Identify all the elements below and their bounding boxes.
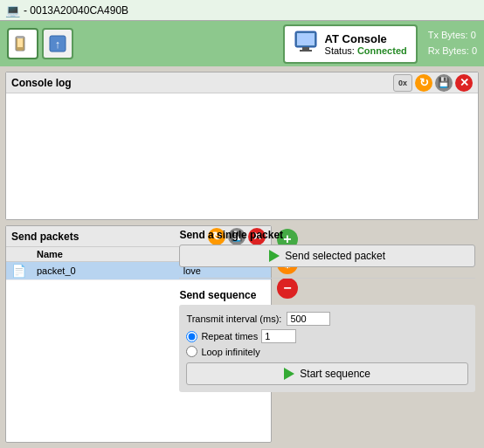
at-console-box: AT Console Status: Connected bbox=[283, 24, 418, 64]
transmit-interval-row: Transmit interval (ms): bbox=[186, 312, 468, 326]
repeat-times-radio[interactable] bbox=[186, 331, 197, 342]
repeat-times-row: Repeat times bbox=[186, 329, 468, 343]
transmit-interval-input[interactable] bbox=[287, 312, 330, 326]
monitor-icon bbox=[294, 30, 318, 54]
refresh-button[interactable]: ↑ bbox=[42, 28, 73, 59]
send-packets-title: Send packets bbox=[11, 231, 79, 243]
tx-bytes: Tx Bytes: 0 bbox=[428, 28, 477, 44]
divider bbox=[179, 278, 475, 279]
bottom-section: Send packets ↻ 💾 ✕ Name Data bbox=[5, 225, 479, 443]
console-textarea[interactable] bbox=[6, 93, 478, 219]
pen-icon bbox=[14, 35, 31, 52]
console-header-buttons: 0x ↻ 💾 ✕ bbox=[393, 74, 473, 92]
tx-bytes-label: Tx Bytes: bbox=[428, 30, 468, 40]
row-name-cell: packet_0 bbox=[31, 262, 178, 280]
console-section: Console log 0x ↻ 💾 ✕ bbox=[5, 72, 479, 220]
tx-rx-box: Tx Bytes: 0 Rx Bytes: 0 bbox=[428, 28, 477, 59]
status-value: Connected bbox=[357, 45, 407, 56]
toolbar: ↑ AT Console Status: Connected bbox=[0, 21, 484, 66]
at-console-info: AT Console Status: Connected bbox=[325, 32, 407, 56]
status-label: Status: bbox=[325, 45, 355, 56]
svg-rect-8 bbox=[302, 47, 309, 50]
title-bar-text: - 0013A20040CA490B bbox=[24, 4, 128, 17]
send-sequence-title: Send sequence bbox=[179, 289, 475, 301]
at-console-status: Status: Connected bbox=[325, 45, 407, 56]
row-icon-cell: 📄 bbox=[6, 262, 31, 280]
console-save-button[interactable]: 💾 bbox=[435, 74, 453, 92]
start-seq-play-icon bbox=[284, 368, 294, 380]
loop-infinitely-row: Loop infinitely bbox=[186, 346, 468, 357]
loop-infinitely-label: Loop infinitely bbox=[201, 347, 259, 357]
repeat-times-input[interactable] bbox=[261, 329, 296, 343]
hex-button[interactable]: 0x bbox=[393, 74, 412, 92]
send-packets-container: Send packets ↻ 💾 ✕ Name Data bbox=[5, 225, 170, 443]
svg-rect-1 bbox=[17, 38, 23, 47]
rx-bytes-value: 0 bbox=[472, 45, 477, 56]
console-title: Console log bbox=[11, 77, 72, 89]
svg-rect-3 bbox=[17, 36, 24, 38]
send-sequence-section: Send sequence Transmit interval (ms): Re… bbox=[179, 289, 475, 392]
repeat-times-label: Repeat times bbox=[201, 331, 258, 341]
toolbar-left: ↑ bbox=[7, 28, 73, 59]
col-name-header: Name bbox=[31, 247, 178, 262]
at-console-title: AT Console bbox=[325, 32, 407, 45]
toolbar-right: AT Console Status: Connected Tx Bytes: 0… bbox=[283, 24, 477, 64]
rx-bytes-label: Rx Bytes: bbox=[428, 45, 469, 56]
tx-bytes-value: 0 bbox=[471, 30, 476, 40]
svg-rect-7 bbox=[297, 33, 315, 45]
loop-infinitely-radio[interactable] bbox=[186, 346, 197, 357]
start-sequence-label: Start sequence bbox=[300, 368, 370, 380]
svg-rect-9 bbox=[300, 50, 312, 52]
title-bar-icon: 💻 bbox=[5, 3, 20, 17]
console-close-button[interactable]: ✕ bbox=[455, 74, 473, 92]
col-icon-header bbox=[6, 247, 31, 262]
transmit-interval-label: Transmit interval (ms): bbox=[186, 314, 281, 324]
rx-bytes: Rx Bytes: 0 bbox=[428, 44, 477, 59]
pen-button[interactable] bbox=[7, 28, 38, 59]
at-console-icon bbox=[294, 30, 318, 59]
console-header: Console log 0x ↻ 💾 ✕ bbox=[6, 72, 478, 93]
send-selected-label: Send selected packet bbox=[285, 250, 385, 262]
single-packet-section: Send a single packet Send selected packe… bbox=[179, 229, 475, 267]
right-panel: Send a single packet Send selected packe… bbox=[176, 225, 479, 443]
single-packet-title: Send a single packet bbox=[179, 229, 475, 241]
start-sequence-button[interactable]: Start sequence bbox=[186, 362, 468, 385]
console-orange-button[interactable]: ↻ bbox=[415, 74, 432, 92]
svg-text:↑: ↑ bbox=[55, 38, 61, 51]
play-icon bbox=[269, 250, 280, 262]
title-bar: 💻 - 0013A20040CA490B bbox=[0, 0, 484, 21]
file-icon: 📄 bbox=[11, 264, 26, 278]
console-log-area bbox=[6, 93, 478, 219]
refresh-icon: ↑ bbox=[48, 34, 67, 53]
main-content: Console log 0x ↻ 💾 ✕ Send packets ↻ 💾 bbox=[0, 66, 484, 448]
send-selected-button[interactable]: Send selected packet bbox=[179, 245, 475, 267]
send-sequence-box: Transmit interval (ms): Repeat times Loo… bbox=[179, 305, 475, 392]
